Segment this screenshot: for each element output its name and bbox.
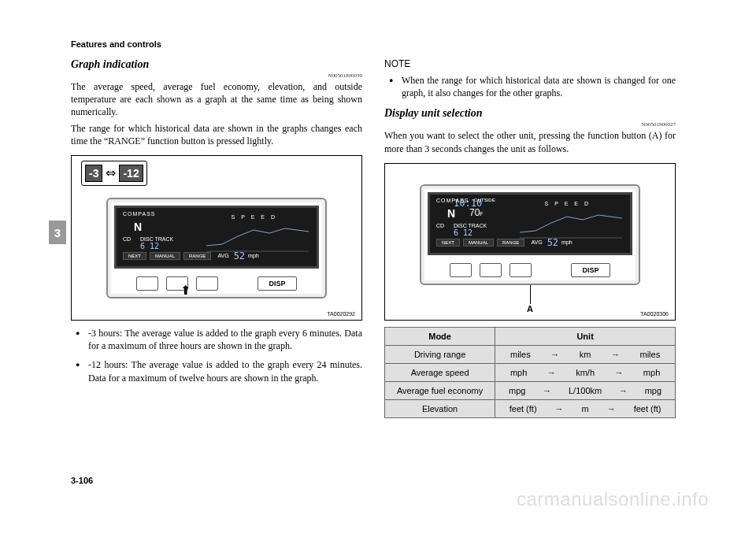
- display-device: 10:10 COMPASS OUTSIDE S P E E D N 70F CD…: [420, 184, 640, 285]
- disc-track-values: 6 12: [140, 242, 159, 250]
- graph-indication-title: Graph indication: [71, 58, 362, 71]
- unit-3: mph: [643, 368, 660, 377]
- lcd-screen: COMPASS S P E E D N CD DISC TRACK 6 12: [114, 206, 319, 269]
- mode-cell: Average speed: [385, 363, 495, 381]
- arrow-icon: →: [550, 350, 559, 359]
- range-soft-button: RANGE: [183, 252, 211, 260]
- figure-id: TA0020306: [640, 311, 669, 317]
- cd-label: CD: [436, 223, 444, 228]
- physical-button-row: DISP: [428, 263, 632, 277]
- physical-button-A[interactable]: [510, 263, 532, 277]
- bullet-list: -3 hours: The average value is added to …: [71, 327, 362, 384]
- disc-track-text: DISC TRACK: [140, 236, 173, 242]
- temp-unit: F: [480, 211, 483, 217]
- unit-1: feet (ft): [510, 404, 537, 413]
- compass-label: COMPASS: [123, 211, 156, 217]
- double-arrow-icon: ⇔: [106, 165, 116, 180]
- unit-1: miles: [510, 350, 531, 359]
- avg-label: AVG: [217, 253, 228, 258]
- table-header-row: Mode Unit: [385, 327, 676, 345]
- mode-cell: Elevation: [385, 399, 495, 417]
- arrow-icon: →: [547, 368, 556, 377]
- bullet-minus12: -12 hours: The average value is added to…: [88, 358, 362, 384]
- compass-label: COMPASS: [436, 198, 469, 203]
- arrow-icon: →: [619, 386, 628, 395]
- disc-track-values: 6 12: [454, 228, 472, 237]
- th-mode: Mode: [385, 327, 495, 345]
- range-soft-button: RANGE: [497, 239, 524, 247]
- note-bullet-list: When the range for which historical data…: [384, 74, 676, 99]
- section-header: Features and controls: [71, 39, 685, 49]
- disc-track-label: DISC TRACK 6 12: [454, 223, 487, 237]
- ref-number: N00501900027: [384, 121, 676, 128]
- unit-2: km/h: [576, 368, 595, 377]
- speed-graph: [520, 209, 622, 239]
- paragraph: The average speed, average fuel economy,…: [71, 80, 362, 119]
- avg-label: AVG: [531, 239, 542, 245]
- bullet-minus3: -3 hours: The average value is added to …: [88, 327, 362, 352]
- lcd-screen: 10:10 COMPASS OUTSIDE S P E E D N 70F CD…: [428, 192, 632, 255]
- unit-cell: miles → km → miles: [495, 345, 676, 363]
- unit-3: feet (ft): [634, 404, 662, 413]
- mode-cell: Driving range: [385, 345, 495, 363]
- mode-cell: Average fuel economy: [385, 381, 495, 399]
- note-bullet: When the range for which historical data…: [402, 74, 676, 99]
- unit-3: mpg: [645, 386, 662, 395]
- compass-direction: N: [447, 207, 455, 220]
- outside-label: OUTSIDE: [474, 198, 495, 202]
- display-device: COMPASS S P E E D N CD DISC TRACK 6 12: [106, 198, 327, 299]
- paragraph: When you want to select the other unit, …: [384, 129, 676, 154]
- physical-button-3[interactable]: [196, 276, 218, 291]
- physical-button-1[interactable]: [136, 276, 158, 291]
- physical-button-row: DISP: [114, 276, 319, 291]
- speed-label: S P E E D: [232, 214, 277, 220]
- speed-graph: [206, 222, 309, 252]
- figure-id: TA0020292: [327, 311, 355, 317]
- table-row: Elevation feet (ft) → m → feet (ft): [385, 399, 676, 417]
- arrow-icon: →: [543, 386, 551, 395]
- table-row: Average fuel economy mpg → L/100km → mpg: [385, 381, 676, 399]
- table-row: Average speed mph → km/h → mph: [385, 363, 676, 381]
- arrow-icon: →: [607, 404, 616, 413]
- avg-unit: mph: [561, 239, 573, 245]
- bottom-row: NEXT MANUAL RANGE AVG 52 mph: [123, 250, 259, 261]
- disc-track-label: DISC TRACK 6 12: [140, 236, 173, 250]
- outside-temp: 70F: [469, 207, 484, 218]
- disp-button[interactable]: DISP: [571, 263, 610, 277]
- up-arrow-icon: ⬆: [180, 283, 191, 298]
- unit-1: mph: [510, 368, 527, 377]
- unit-2: L/100km: [569, 386, 602, 395]
- next-soft-button: NEXT: [123, 252, 146, 260]
- note-label: NOTE: [384, 58, 676, 69]
- avg-unit: mph: [248, 253, 259, 258]
- avg-value: 52: [547, 237, 558, 248]
- temp-value: 70: [469, 207, 480, 218]
- cd-label: CD: [123, 236, 131, 242]
- pointer-line: [530, 285, 531, 304]
- next-soft-button: NEXT: [436, 239, 460, 247]
- arrow-icon: →: [614, 368, 623, 377]
- physical-button-2[interactable]: [480, 263, 502, 277]
- figure-graph-indication: -3 ⇔ -12 COMPASS S P E E D N CD DISC TRA…: [71, 155, 362, 321]
- manual-soft-button: MANUAL: [150, 252, 180, 260]
- range-callout: -3 ⇔ -12: [81, 161, 147, 186]
- compass-direction: N: [134, 221, 142, 233]
- right-column: NOTE When the range for which historical…: [384, 58, 676, 418]
- page-number: 3-106: [71, 476, 93, 485]
- th-unit: Unit: [495, 327, 676, 345]
- ref-number: N00501800039: [71, 72, 362, 79]
- unit-2: km: [580, 350, 591, 359]
- disp-button[interactable]: DISP: [258, 276, 297, 291]
- left-column: Graph indication N00501800039 The averag…: [71, 58, 362, 418]
- unit-cell: feet (ft) → m → feet (ft): [495, 399, 676, 417]
- watermark: carmanualsonline.info: [517, 488, 709, 510]
- disc-track-text: DISC TRACK: [454, 223, 487, 228]
- speed-label: S P E E D: [545, 201, 591, 206]
- bottom-row: NEXT MANUAL RANGE AVG 52 mph: [436, 237, 573, 248]
- arrow-icon: →: [611, 350, 620, 359]
- arrow-icon: →: [555, 404, 564, 413]
- physical-button-1[interactable]: [450, 263, 472, 277]
- paragraph: The range for which historical data are …: [71, 122, 362, 147]
- unit-2: m: [582, 404, 589, 413]
- avg-value: 52: [234, 250, 245, 261]
